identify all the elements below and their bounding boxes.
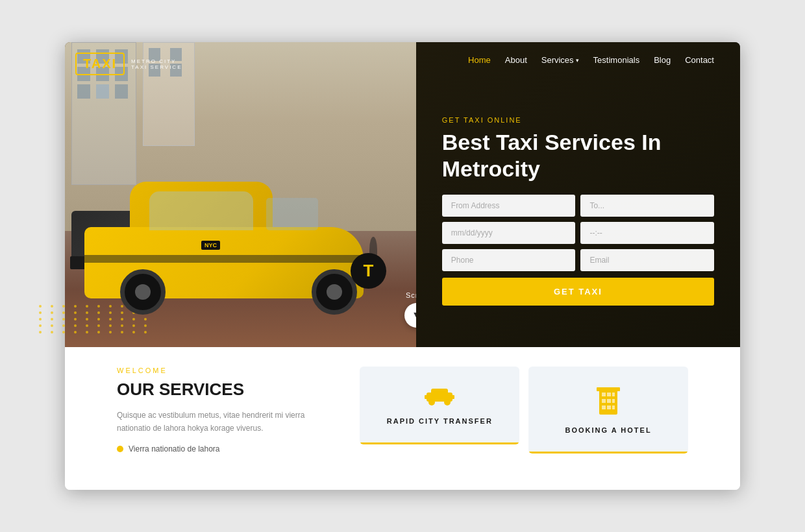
- booking-form: GET TAXI: [442, 195, 714, 306]
- hero-content: GET TAXI ONLINE Best Taxi Services In Me…: [442, 84, 714, 306]
- svg-rect-8: [607, 393, 611, 396]
- nav-links: Home About Services ▾ Testimonials Blog …: [468, 55, 714, 65]
- chevron-down-icon: ▾: [576, 57, 579, 64]
- services-text: WELCOME OUR SERVICES Quisque ac vestibul…: [117, 360, 334, 464]
- hero-right: Home About Services ▾ Testimonials Blog …: [416, 42, 740, 347]
- welcome-label: WELCOME: [117, 367, 334, 374]
- service-card-hotel[interactable]: BOOKING A HOTEL: [528, 367, 688, 453]
- building-icon: [541, 386, 675, 417]
- navigation: Home About Services ▾ Testimonials Blog …: [416, 42, 740, 78]
- nav-about[interactable]: About: [505, 55, 527, 65]
- services-description: Quisque ac vestibulum metus, vitae hendr…: [117, 409, 334, 435]
- logo-area: TAXI METRO CITY TAXI SERVICE: [75, 53, 182, 75]
- logo-line1: METRO CITY: [131, 58, 182, 64]
- hero-image: T NYC S: [65, 42, 416, 347]
- bullet-text: Vierra nationatio de lahora: [129, 444, 220, 453]
- car-icon: [373, 386, 506, 408]
- nav-contact[interactable]: Contact: [685, 55, 714, 65]
- logo-line2: TAXI SERVICE: [131, 64, 182, 70]
- svg-rect-16: [597, 387, 620, 391]
- svg-rect-14: [607, 405, 611, 409]
- nav-testimonials[interactable]: Testimonials: [593, 55, 640, 65]
- svg-point-3: [444, 399, 451, 405]
- svg-rect-10: [602, 399, 606, 403]
- phone-input[interactable]: [442, 249, 576, 271]
- street-scene: T NYC S: [65, 42, 416, 347]
- bullet-item: Vierra nationatio de lahora: [117, 444, 334, 453]
- scroll-label: Scroll: [406, 291, 416, 299]
- bottom-section: WELCOME OUR SERVICES Quisque ac vestibul…: [65, 347, 740, 490]
- nav-services[interactable]: Services ▾: [541, 55, 579, 65]
- bullet-dot: [117, 446, 123, 452]
- svg-rect-12: [612, 399, 615, 403]
- scroll-button[interactable]: Scroll ▼: [404, 291, 416, 328]
- svg-rect-15: [612, 405, 615, 409]
- browser-window: T NYC S: [65, 42, 740, 490]
- hero-section: T NYC S: [65, 42, 740, 347]
- svg-point-2: [428, 399, 435, 405]
- logo-subtitle: METRO CITY TAXI SERVICE: [131, 58, 182, 70]
- svg-rect-11: [607, 399, 611, 403]
- nav-home[interactable]: Home: [468, 55, 491, 65]
- hero-title: Best Taxi Services In Metrocity: [442, 129, 714, 182]
- get-taxi-button[interactable]: GET TAXI: [442, 278, 714, 306]
- service-card-transfer[interactable]: RAPID CITY TRANSFER: [360, 367, 519, 444]
- to-address-input[interactable]: [580, 195, 714, 217]
- svg-rect-7: [602, 393, 606, 396]
- svg-rect-1: [431, 389, 448, 395]
- get-taxi-label: GET TAXI ONLINE: [442, 116, 714, 124]
- scroll-circle[interactable]: ▼: [404, 303, 416, 328]
- svg-rect-4: [425, 395, 428, 399]
- time-input[interactable]: [580, 222, 714, 244]
- service-card-hotel-title: BOOKING A HOTEL: [541, 426, 675, 434]
- service-cards: RAPID CITY TRANSFER: [360, 360, 688, 464]
- service-card-transfer-title: RAPID CITY TRANSFER: [373, 417, 506, 425]
- from-address-input[interactable]: [442, 195, 576, 217]
- email-input[interactable]: [580, 249, 714, 271]
- svg-rect-13: [602, 405, 606, 409]
- our-services-title: OUR SERVICES: [117, 380, 334, 400]
- form-row-contact: [442, 249, 714, 271]
- logo-box: TAXI: [75, 53, 125, 75]
- svg-rect-9: [612, 393, 615, 396]
- chevron-down-icon: ▼: [412, 309, 416, 321]
- nav-blog[interactable]: Blog: [654, 55, 671, 65]
- form-row-datetime: [442, 222, 714, 244]
- form-row-address: [442, 195, 714, 217]
- date-input[interactable]: [442, 222, 576, 244]
- logo-taxi: TAXI: [83, 56, 117, 71]
- svg-rect-5: [451, 395, 454, 399]
